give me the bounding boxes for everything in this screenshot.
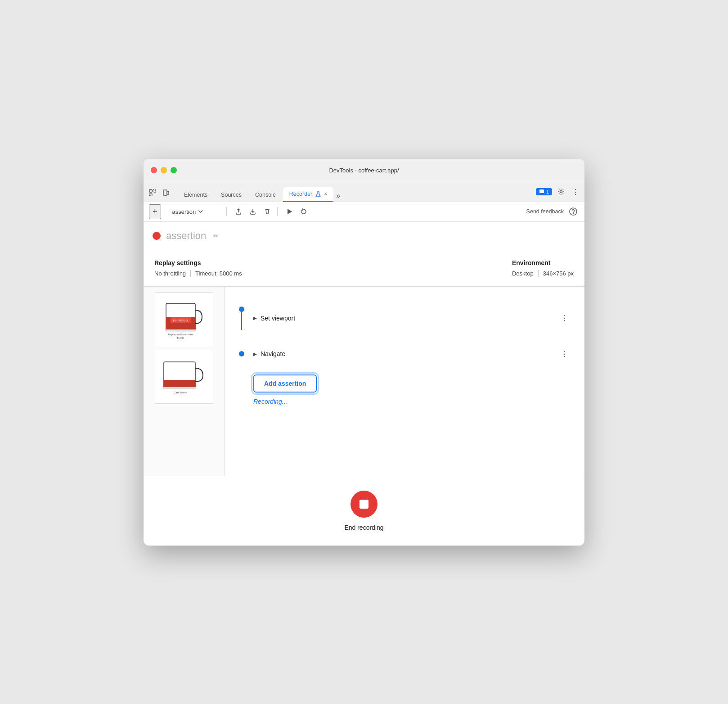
end-recording-section: End recording xyxy=(144,476,584,546)
delete-icon[interactable] xyxy=(261,206,274,217)
stop-icon xyxy=(360,500,368,509)
play-icon xyxy=(286,208,293,215)
more-tabs-icon[interactable]: » xyxy=(334,190,342,202)
help-icon[interactable] xyxy=(567,206,579,217)
minimize-button[interactable] xyxy=(161,167,167,173)
maximize-button[interactable] xyxy=(171,167,177,173)
svg-text:Cafe Breve: Cafe Breve xyxy=(173,391,187,394)
tab-close-recorder[interactable]: × xyxy=(324,191,327,197)
dimensions-value: 346×756 px xyxy=(543,270,574,277)
question-mark-icon xyxy=(569,208,577,216)
chat-icon xyxy=(539,189,544,194)
svg-rect-2 xyxy=(153,190,156,192)
preview-panel: ESPRESSO Espresso Macchiato $12.00 xyxy=(144,287,225,476)
step-arrow-1: ▶ xyxy=(253,316,257,320)
replay-settings: Replay settings No throttling Timeout: 5… xyxy=(154,259,242,277)
step-menu-button-1[interactable]: ⋮ xyxy=(557,312,572,324)
svg-rect-17 xyxy=(165,329,196,331)
recording-name: assertion xyxy=(166,230,206,242)
step-content-2: ▶ Navigate xyxy=(253,350,285,357)
devtools-icons xyxy=(147,187,171,202)
replay-settings-label: Replay settings xyxy=(154,259,242,266)
svg-point-7 xyxy=(560,191,562,193)
replay-settings-values: No throttling Timeout: 5000 ms xyxy=(154,270,242,277)
gear-icon xyxy=(557,188,565,195)
toolbar-separator-3 xyxy=(277,207,278,216)
toolbar-right: Send feedback xyxy=(526,206,579,217)
timeout-value: Timeout: 5000 ms xyxy=(195,270,242,277)
more-options-icon[interactable]: ⋮ xyxy=(570,186,581,198)
inspector-icon[interactable] xyxy=(147,187,158,198)
coffee-cup-svg-2: Cafe Breve xyxy=(157,358,211,397)
step-dot-2 xyxy=(239,351,244,357)
svg-marker-8 xyxy=(288,209,292,214)
recording-status-text: Recording... xyxy=(253,398,287,405)
svg-rect-22 xyxy=(163,387,196,389)
toolbar-separator-1 xyxy=(165,207,165,216)
settings-section: Replay settings No throttling Timeout: 5… xyxy=(144,250,584,287)
close-button[interactable] xyxy=(151,167,157,173)
tab-bar-right: 1 ⋮ xyxy=(536,186,581,202)
export-icon[interactable] xyxy=(232,206,245,217)
recording-header: assertion ✏ xyxy=(144,222,584,250)
device-toolbar-icon[interactable] xyxy=(161,187,171,198)
toolbar: + assertion xyxy=(144,202,584,222)
title-bar: DevTools - coffee-cart.app/ xyxy=(144,159,584,182)
toolbar-action-icons xyxy=(232,206,274,217)
add-recording-button[interactable]: + xyxy=(149,204,161,219)
svg-rect-4 xyxy=(167,191,169,194)
download-arrow-icon xyxy=(249,208,256,215)
step-connector-2 xyxy=(237,351,246,357)
svg-point-10 xyxy=(573,213,574,214)
step-dot-1 xyxy=(239,307,244,312)
notifications-badge[interactable]: 1 xyxy=(536,188,552,195)
tab-sources[interactable]: Sources xyxy=(215,188,248,202)
step-menu-button-2[interactable]: ⋮ xyxy=(557,348,572,360)
steps-panel: ▶ Set viewport ⋮ ▶ Navigate ⋮ Add assert… xyxy=(225,287,584,476)
step-arrow-2: ▶ xyxy=(253,352,257,357)
step-label-2: Navigate xyxy=(261,350,285,357)
tab-recorder[interactable]: Recorder × xyxy=(283,187,333,202)
svg-text:Espresso Macchiato: Espresso Macchiato xyxy=(168,333,193,336)
replay-icon xyxy=(300,208,307,215)
stop-recording-button[interactable] xyxy=(351,491,377,518)
settings-icon[interactable] xyxy=(556,186,566,197)
window-title: DevTools - coffee-cart.app/ xyxy=(329,167,399,174)
tab-console[interactable]: Console xyxy=(249,188,282,202)
tab-bar: Elements Sources Console Recorder × » 1 xyxy=(144,182,584,202)
svg-text:ESPRESSO: ESPRESSO xyxy=(173,319,188,322)
download-icon[interactable] xyxy=(247,206,259,217)
environment-values: Desktop 346×756 px xyxy=(512,270,574,277)
add-assertion-section: Add assertion Recording... xyxy=(237,369,572,409)
throttle-value: No throttling xyxy=(154,270,186,277)
environment-divider xyxy=(538,270,539,277)
environment-label: Environment xyxy=(512,259,574,266)
devtools-window: DevTools - coffee-cart.app/ Elements xyxy=(144,159,584,546)
replay-step-button[interactable] xyxy=(297,206,310,217)
coffee-cup-svg-1: ESPRESSO Espresso Macchiato $12.00 xyxy=(157,297,211,342)
environment-settings: Environment Desktop 346×756 px xyxy=(512,259,574,277)
svg-rect-21 xyxy=(164,380,195,388)
recording-selector[interactable]: assertion xyxy=(169,207,223,217)
traffic-lights xyxy=(151,167,177,173)
svg-rect-0 xyxy=(149,190,152,192)
recorder-flask-icon xyxy=(315,191,321,197)
svg-rect-6 xyxy=(539,190,544,193)
add-assertion-button[interactable]: Add assertion xyxy=(253,375,317,393)
step-row-navigate: ▶ Navigate ⋮ xyxy=(237,339,572,369)
settings-divider xyxy=(190,270,191,277)
upload-icon xyxy=(235,208,242,215)
step-line-1 xyxy=(241,312,242,330)
main-content: ESPRESSO Espresso Macchiato $12.00 xyxy=(144,287,584,476)
svg-text:$12.00: $12.00 xyxy=(176,337,184,339)
preview-screenshot-1: ESPRESSO Espresso Macchiato $12.00 xyxy=(155,292,213,346)
svg-rect-3 xyxy=(163,190,167,195)
edit-recording-name-icon[interactable]: ✏ xyxy=(213,232,219,239)
recording-status-dot xyxy=(153,232,161,240)
chevron-down-icon xyxy=(198,210,203,213)
step-label-1: Set viewport xyxy=(261,315,295,322)
tab-elements[interactable]: Elements xyxy=(178,188,214,202)
play-button[interactable] xyxy=(283,206,296,217)
send-feedback-link[interactable]: Send feedback xyxy=(526,208,564,215)
end-recording-label: End recording xyxy=(344,524,383,531)
